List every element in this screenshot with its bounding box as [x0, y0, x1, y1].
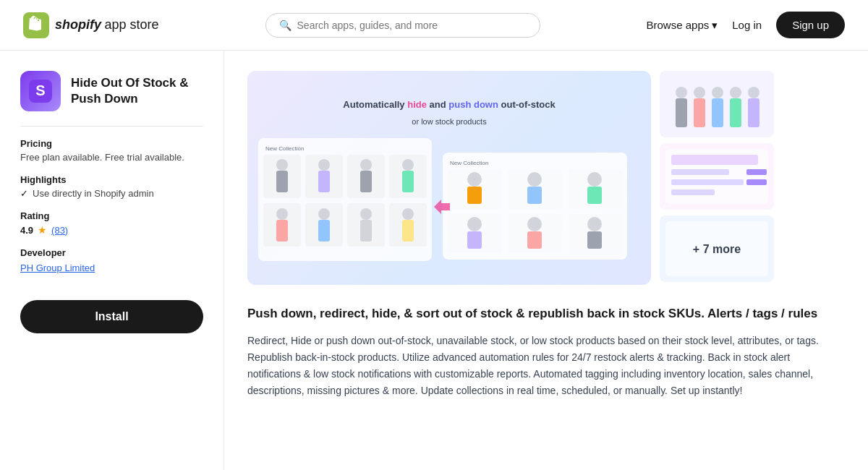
rating-label: Rating: [20, 210, 203, 221]
svg-rect-65: [671, 189, 715, 195]
svg-point-11: [318, 159, 330, 171]
svg-rect-10: [276, 171, 288, 192]
main-screenshot: Automatically hide and push down out-of-…: [247, 71, 651, 285]
pricing-value: Free plan available. Free trial availabl…: [20, 152, 203, 163]
svg-point-15: [402, 159, 414, 171]
thumb-2-svg: [660, 143, 774, 210]
thumbnail-1[interactable]: [660, 71, 774, 137]
login-button[interactable]: Log in: [732, 19, 762, 31]
pricing-label: Pricing: [20, 138, 203, 149]
app-header: S Hide Out Of Stock & Push Down: [20, 71, 203, 111]
browse-apps-button[interactable]: Browse apps ▾: [647, 19, 718, 32]
svg-point-56: [730, 87, 741, 98]
app-icon-svg: S: [29, 80, 52, 103]
thumbnail-more[interactable]: + 7 more: [660, 215, 774, 282]
search-bar[interactable]: 🔍: [265, 13, 540, 38]
app-name: Hide Out Of Stock & Push Down: [71, 75, 203, 107]
developer-section: Developer PH Group Limited: [20, 247, 203, 274]
svg-point-47: [587, 217, 602, 231]
svg-point-9: [276, 159, 288, 171]
thumb-1-svg: [660, 71, 774, 137]
svg-point-27: [402, 208, 414, 220]
svg-rect-59: [748, 98, 760, 127]
check-icon: ✓: [20, 188, 28, 199]
fashion-scene: Automatically hide and push down out-of-…: [247, 71, 651, 285]
svg-rect-39: [587, 187, 602, 204]
sidebar: S Hide Out Of Stock & Push Down Pricing …: [0, 51, 224, 470]
svg-rect-51: [676, 98, 687, 127]
thumbnail-grid: + 7 more: [660, 71, 774, 285]
shopify-logo-icon: [23, 12, 49, 38]
highlight-item: ✓ Use directly in Shopify admin: [20, 188, 203, 199]
install-button[interactable]: Install: [20, 300, 203, 333]
rating-value: 4.9: [20, 225, 33, 236]
svg-rect-22: [276, 220, 288, 242]
svg-point-50: [676, 87, 687, 98]
svg-rect-24: [318, 220, 330, 242]
star-icon: ★: [38, 224, 47, 236]
browse-apps-label: Browse apps: [647, 19, 710, 31]
svg-point-54: [712, 87, 723, 98]
rating-count[interactable]: (83): [51, 225, 68, 236]
svg-rect-37: [527, 187, 542, 204]
search-icon: 🔍: [279, 20, 292, 31]
logo[interactable]: shopify app store: [23, 12, 159, 38]
svg-point-13: [360, 159, 372, 171]
svg-rect-35: [467, 187, 482, 204]
svg-rect-48: [587, 231, 602, 249]
pricing-section: Pricing Free plan available. Free trial …: [20, 138, 203, 163]
main-image-content: Automatically hide and push down out-of-…: [247, 71, 651, 285]
scene-subtitle: or low stock products: [255, 117, 644, 126]
header: shopify app store 🔍 Browse apps ▾ Log in…: [0, 0, 868, 51]
push-text: push down: [448, 99, 498, 110]
svg-point-45: [527, 217, 542, 231]
svg-rect-44: [467, 231, 482, 249]
svg-point-52: [694, 87, 705, 98]
thumbnail-2[interactable]: [660, 143, 774, 210]
header-right: Browse apps ▾ Log in Sign up: [647, 12, 845, 38]
svg-rect-12: [318, 171, 330, 192]
search-input[interactable]: [297, 20, 527, 31]
content-area: Automatically hide and push down out-of-…: [224, 51, 868, 470]
image-gallery: Automatically hide and push down out-of-…: [247, 71, 845, 285]
svg-point-25: [360, 208, 372, 220]
svg-point-58: [748, 87, 760, 98]
svg-rect-66: [746, 169, 767, 175]
svg-rect-62: [671, 155, 758, 165]
description-body: Redirect, Hide or push down out-of-stock…: [247, 333, 845, 399]
svg-text:New Collection: New Collection: [450, 160, 488, 166]
scene-title: Automatically hide and push down out-of-…: [255, 99, 644, 110]
hide-text: hide: [407, 99, 427, 110]
svg-rect-63: [671, 169, 729, 175]
main-content: S Hide Out Of Stock & Push Down Pricing …: [0, 51, 868, 470]
svg-point-38: [587, 172, 602, 187]
svg-rect-53: [694, 98, 705, 127]
svg-rect-14: [360, 171, 372, 192]
app-icon: S: [20, 71, 61, 111]
description-title: Push down, redirect, hide, & sort out of…: [247, 305, 845, 322]
svg-point-36: [527, 172, 542, 187]
svg-rect-55: [712, 98, 723, 127]
developer-link[interactable]: PH Group Limited: [20, 262, 95, 273]
product-grid-svg: New Collection: [255, 134, 631, 265]
signup-button[interactable]: Sign up: [776, 12, 845, 38]
developer-label: Developer: [20, 247, 203, 258]
svg-rect-57: [730, 98, 741, 127]
highlights-section: Highlights ✓ Use directly in Shopify adm…: [20, 174, 203, 199]
rating-section: Rating 4.9 ★ (83): [20, 210, 203, 236]
svg-rect-16: [402, 171, 414, 192]
svg-rect-46: [527, 231, 542, 249]
svg-rect-64: [671, 179, 744, 185]
svg-text:New Collection: New Collection: [265, 145, 304, 152]
divider-1: [20, 126, 203, 127]
logo-text: shopify app store: [55, 17, 159, 33]
svg-text:S: S: [35, 82, 45, 98]
rating-row: 4.9 ★ (83): [20, 224, 203, 236]
svg-text:+ 7 more: + 7 more: [693, 243, 741, 255]
header-left: shopify app store: [23, 12, 159, 38]
svg-rect-67: [746, 179, 767, 185]
svg-rect-28: [402, 220, 414, 242]
svg-rect-26: [360, 220, 372, 242]
highlights-label: Highlights: [20, 174, 203, 185]
highlight-text: Use directly in Shopify admin: [33, 188, 154, 199]
